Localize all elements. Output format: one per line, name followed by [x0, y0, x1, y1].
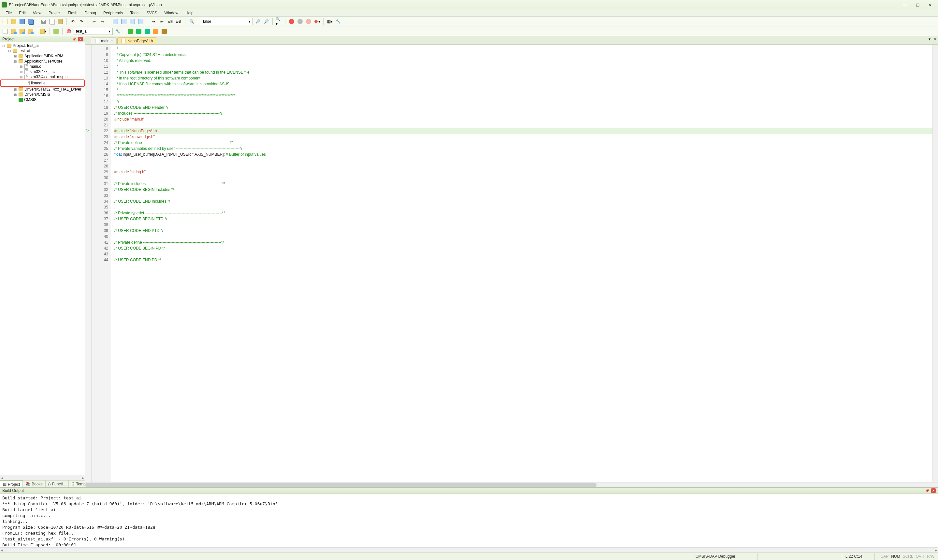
close-doc-button[interactable]: ✕	[933, 37, 936, 42]
menu-file[interactable]: File	[2, 10, 15, 16]
minimize-button[interactable]: —	[902, 3, 908, 7]
uncomment-button[interactable]: //≢	[175, 18, 183, 25]
copy-button[interactable]	[48, 18, 55, 25]
menu-flash[interactable]: Flash	[65, 10, 80, 16]
select-packs-button[interactable]	[135, 28, 142, 35]
status-ovr: OVR	[916, 554, 924, 559]
maximize-button[interactable]: ▢	[914, 3, 921, 7]
translate-button[interactable]	[2, 28, 9, 35]
editor-tab[interactable]: main.c	[91, 37, 117, 44]
tree-project-root[interactable]: ⊟ Project: test_ai	[0, 43, 85, 48]
new-file-button[interactable]	[2, 18, 9, 25]
find-combo[interactable]: false▾	[201, 18, 253, 25]
rebuild-button[interactable]	[18, 28, 26, 35]
save-button[interactable]	[18, 18, 26, 25]
project-tab-books[interactable]: 📚Books	[23, 480, 45, 487]
paste-button[interactable]	[57, 18, 64, 25]
nav-forward-button[interactable]: ⇒	[99, 18, 106, 25]
tree-target[interactable]: ⊟ test_ai	[0, 48, 85, 54]
project-tab-project[interactable]: ▦Project	[0, 480, 23, 487]
menu-peripherals[interactable]: Peripherals	[100, 10, 126, 16]
status-cursor-pos: L:22 C:14	[842, 553, 875, 560]
target-options-button[interactable]: 🎯	[65, 28, 72, 35]
cut-button[interactable]	[40, 18, 47, 25]
debug-start-button[interactable]: 🔍▾	[275, 18, 283, 25]
incremental-find-button[interactable]: 🔎	[263, 18, 270, 25]
target-select[interactable]: test_ai▾	[74, 28, 113, 35]
help-button[interactable]	[161, 28, 168, 35]
menu-debug[interactable]: Debug	[81, 10, 99, 16]
window-layout-button[interactable]: ▦▾	[326, 18, 333, 25]
options-button[interactable]: 🔧	[114, 28, 121, 35]
breakpoint-killall-button[interactable]: ▾	[314, 18, 321, 25]
menu-edit[interactable]: Edit	[15, 10, 29, 16]
line-number-gutter: 8910111213141516171819202122232425262728…	[92, 45, 111, 482]
bookmark-toggle-button[interactable]	[112, 18, 119, 25]
active-files-dropdown[interactable]: ▾	[929, 37, 930, 42]
build-button[interactable]	[10, 28, 17, 35]
undo-button[interactable]: ↶	[69, 18, 77, 25]
build-hscrollbar[interactable]: ◂▸	[0, 547, 938, 552]
build-output-text[interactable]: Build started: Project: test_ai *** Usin…	[0, 494, 938, 547]
stop-build-button[interactable]: ▾	[40, 28, 47, 35]
menu-tools[interactable]: Tools	[127, 10, 143, 16]
breakpoint-insert-button[interactable]	[288, 18, 295, 25]
books-button[interactable]	[152, 28, 159, 35]
menu-view[interactable]: View	[30, 10, 45, 16]
status-cap: CAP	[881, 554, 889, 559]
tree-group[interactable]: CMSIS	[0, 97, 85, 102]
bookmark-clear-button[interactable]	[137, 18, 145, 25]
close-button[interactable]: ✕	[927, 3, 933, 7]
find-next-button[interactable]: 🔎	[254, 18, 261, 25]
pack-installer-button[interactable]	[144, 28, 151, 35]
configure-button[interactable]: 🔧	[335, 18, 342, 25]
breakpoint-disable-button[interactable]	[297, 18, 304, 25]
tree-file[interactable]: ⊞ stm32f4xx_hal_msp.c	[0, 74, 85, 80]
open-file-button[interactable]	[10, 18, 17, 25]
find-in-files-button[interactable]: 🔍	[188, 18, 195, 25]
bookmark-prev-button[interactable]	[120, 18, 128, 25]
panel-close-button[interactable]: ×	[931, 488, 936, 493]
tree-group[interactable]: ⊞ Drivers/STM32F4xx_HAL_Driver	[0, 87, 85, 92]
code-content[interactable]: * * Copyright (c) 2024 STMicroelectronic…	[111, 45, 932, 482]
menu-project[interactable]: Project	[45, 10, 64, 16]
tree-file[interactable]: libneai.a	[2, 80, 83, 86]
redo-button[interactable]: ↷	[78, 18, 85, 25]
file-icon	[95, 39, 99, 43]
menu-help[interactable]: Help	[182, 10, 197, 16]
comment-button[interactable]: //≡	[167, 18, 174, 25]
save-all-button[interactable]	[27, 18, 34, 25]
editor-vscrollbar[interactable]	[932, 45, 938, 482]
download-button[interactable]	[52, 28, 60, 35]
statusbar: CMSIS-DAP Debugger L:22 C:14 CAPNUMSCRLO…	[0, 552, 938, 560]
tree-file[interactable]: ⊞ stm32f4xx_it.c	[0, 69, 85, 74]
main-toolbar: ↶ ↷ ⇐ ⇒ ⇥ ⇤ //≡ //≢ 🔍 false▾ 🔎 🔎 🔍▾ ▾ ▦▾…	[0, 17, 938, 26]
menubar: FileEditViewProjectFlashDebugPeripherals…	[0, 9, 938, 17]
project-panel-tabs: ▦Project📚Books{}Functi...⁅⁆Templ...	[0, 480, 85, 487]
menu-window[interactable]: Window	[161, 10, 181, 16]
tree-group[interactable]: ⊞ Application/MDK-ARM	[0, 54, 85, 58]
editor-hscrollbar[interactable]	[85, 482, 938, 487]
panel-close-button[interactable]: ×	[78, 37, 83, 42]
project-tab-functi[interactable]: {}Functi...	[46, 480, 69, 487]
tree-group[interactable]: ⊟ Application/User/Core	[0, 58, 85, 64]
unindent-button[interactable]: ⇤	[158, 18, 166, 25]
breakpoint-margin[interactable]: ▷	[85, 45, 92, 482]
status-r/w: R/W	[927, 554, 935, 559]
code-editor[interactable]: ▷ 89101112131415161718192021222324252627…	[85, 45, 938, 482]
pin-icon[interactable]	[72, 37, 76, 42]
editor-tab[interactable]: NanoEdgeAI.h	[117, 37, 157, 44]
bookmark-next-button[interactable]	[129, 18, 136, 25]
menu-svcs[interactable]: SVCS	[143, 10, 161, 16]
pin-icon[interactable]	[925, 488, 929, 493]
nav-back-button[interactable]: ⇐	[91, 18, 98, 25]
breakpoint-kill-button[interactable]	[305, 18, 312, 25]
tree-group[interactable]: ⊞ Drivers/CMSIS	[0, 92, 85, 97]
tree-hscrollbar[interactable]: ◂▸	[0, 475, 85, 480]
status-debugger: CMSIS-DAP Debugger	[692, 553, 758, 560]
batch-build-button[interactable]	[27, 28, 34, 35]
indent-button[interactable]: ⇥	[150, 18, 157, 25]
tree-file[interactable]: ⊞ main.c	[0, 64, 85, 69]
project-tree[interactable]: ⊟ Project: test_ai⊟ test_ai⊞ Application…	[0, 42, 85, 475]
manage-rte-button[interactable]	[127, 28, 134, 35]
